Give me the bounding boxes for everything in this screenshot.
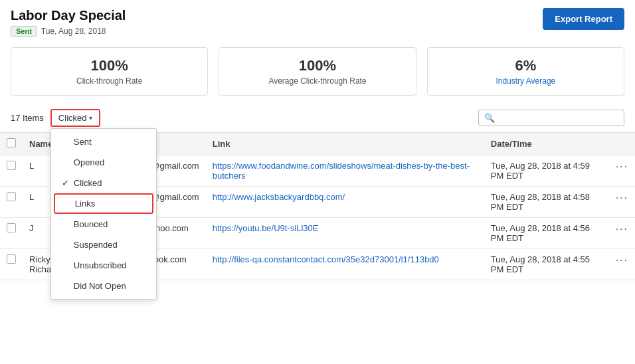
row-link: https://youtu.be/U9t-slLl30E bbox=[206, 218, 484, 249]
row-checkbox-cell bbox=[0, 187, 23, 218]
filter-dropdown-container: Clicked ▾ Sent Opened ✓ Clicked bbox=[50, 109, 101, 127]
check-mark-clicked: ✓ bbox=[62, 178, 70, 188]
row-checkbox-cell bbox=[0, 218, 23, 249]
row-checkbox[interactable] bbox=[7, 223, 16, 232]
dropdown-item-suspended[interactable]: Suspended bbox=[51, 234, 156, 255]
chevron-down-icon: ▾ bbox=[89, 114, 92, 122]
row-datetime: Tue, Aug 28, 2018 at 4:56 PM EDT bbox=[484, 218, 609, 249]
check-mark-suspended bbox=[62, 240, 70, 250]
metric-card-1: 100% Average Click-through Rate bbox=[219, 47, 416, 96]
dropdown-item-unsubscribed[interactable]: Unsubscribed bbox=[51, 255, 156, 276]
dropdown-item-sent[interactable]: Sent bbox=[51, 132, 156, 152]
dropdown-item-bounced[interactable]: Bounced bbox=[51, 214, 156, 234]
more-actions-button[interactable]: ··· bbox=[616, 192, 628, 203]
filter-label: Clicked bbox=[58, 113, 87, 123]
check-mark-did-not-open bbox=[62, 281, 70, 291]
row-datetime: Tue, Aug 28, 2018 at 4:59 PM EDT bbox=[484, 155, 609, 187]
items-count: 17 Items bbox=[11, 113, 44, 123]
check-mark-bounced bbox=[62, 219, 70, 229]
row-link-url[interactable]: https://www.foodandwine.com/slideshows/m… bbox=[213, 161, 470, 181]
check-mark-unsubscribed bbox=[62, 260, 70, 270]
col-link: Link bbox=[206, 133, 484, 155]
dropdown-item-did-not-open[interactable]: Did Not Open bbox=[51, 276, 156, 296]
row-checkbox[interactable] bbox=[7, 192, 16, 201]
row-more: ··· bbox=[609, 187, 635, 218]
dropdown-item-label: Bounced bbox=[74, 219, 108, 229]
page-header: Labor Day Special Sent Tue, Aug 28, 2018… bbox=[0, 0, 635, 42]
metric-card-0: 100% Click-through Rate bbox=[11, 47, 208, 96]
row-link-url[interactable]: http://www.jacksbackyardbbq.com/ bbox=[213, 192, 345, 202]
dropdown-item-opened[interactable]: Opened bbox=[51, 152, 156, 173]
dropdown-item-label: Links bbox=[75, 199, 95, 209]
status-badge: Sent bbox=[11, 26, 37, 37]
metric-label-0: Click-through Rate bbox=[25, 76, 194, 86]
export-report-button[interactable]: Export Report bbox=[543, 8, 624, 30]
dropdown-item-links[interactable]: Links bbox=[54, 193, 153, 214]
metric-value-0: 100% bbox=[25, 57, 194, 74]
metric-value-2: 6% bbox=[441, 57, 610, 74]
metric-label-1: Average Click-through Rate bbox=[232, 76, 402, 86]
dropdown-item-label: Sent bbox=[74, 137, 92, 147]
header-checkbox[interactable] bbox=[7, 138, 16, 147]
more-actions-button[interactable]: ··· bbox=[616, 223, 628, 234]
row-link: http://www.jacksbackyardbbq.com/ bbox=[206, 187, 484, 218]
row-more: ··· bbox=[609, 249, 635, 280]
row-more: ··· bbox=[609, 155, 635, 187]
filter-dropdown-button[interactable]: Clicked ▾ bbox=[50, 109, 101, 127]
dropdown-item-label: Did Not Open bbox=[74, 281, 126, 291]
dropdown-item-label: Opened bbox=[74, 157, 104, 167]
sent-badge-row: Sent Tue, Aug 28, 2018 bbox=[11, 26, 126, 37]
page-title: Labor Day Special bbox=[11, 8, 126, 23]
search-icon: 🔍 bbox=[484, 113, 495, 123]
toolbar: 17 Items Clicked ▾ Sent Opened ✓ Clicked bbox=[0, 104, 635, 133]
col-checkbox bbox=[0, 133, 23, 155]
check-mark-sent bbox=[62, 137, 70, 147]
row-datetime: Tue, Aug 28, 2018 at 4:55 PM EDT bbox=[484, 249, 609, 280]
row-link-url[interactable]: https://youtu.be/U9t-slLl30E bbox=[213, 223, 319, 233]
sent-date: Tue, Aug 28, 2018 bbox=[41, 27, 106, 36]
dropdown-item-label: Unsubscribed bbox=[74, 260, 127, 270]
metric-value-1: 100% bbox=[232, 57, 402, 74]
dropdown-item-clicked[interactable]: ✓ Clicked bbox=[51, 173, 156, 193]
search-box[interactable]: 🔍 bbox=[478, 110, 624, 126]
row-checkbox[interactable] bbox=[7, 161, 16, 170]
dropdown-item-label: Clicked bbox=[74, 178, 102, 188]
metric-label-2: Industry Average bbox=[441, 76, 610, 86]
row-checkbox-cell bbox=[0, 155, 23, 187]
row-link: https://www.foodandwine.com/slideshows/m… bbox=[206, 155, 484, 187]
row-datetime: Tue, Aug 28, 2018 at 4:58 PM EDT bbox=[484, 187, 609, 218]
more-actions-button[interactable]: ··· bbox=[616, 254, 628, 266]
dropdown-item-label: Suspended bbox=[74, 240, 118, 250]
search-input[interactable] bbox=[499, 113, 618, 123]
more-actions-button[interactable]: ··· bbox=[616, 161, 628, 172]
header-left: Labor Day Special Sent Tue, Aug 28, 2018 bbox=[11, 8, 126, 37]
col-actions bbox=[609, 133, 635, 155]
check-mark-links bbox=[63, 199, 71, 209]
metric-card-2: 6% Industry Average bbox=[427, 47, 624, 96]
row-checkbox-cell bbox=[0, 249, 23, 280]
col-datetime: Date/Time bbox=[484, 133, 609, 155]
row-more: ··· bbox=[609, 218, 635, 249]
filter-dropdown-menu: Sent Opened ✓ Clicked Links Bounced bbox=[50, 128, 157, 300]
check-mark-opened bbox=[62, 157, 70, 167]
row-link-url[interactable]: http://files-qa.constantcontact.com/35e3… bbox=[213, 254, 439, 264]
metrics-row: 100% Click-through Rate 100% Average Cli… bbox=[0, 42, 635, 104]
row-link: http://files-qa.constantcontact.com/35e3… bbox=[206, 249, 484, 280]
toolbar-left: 17 Items Clicked ▾ Sent Opened ✓ Clicked bbox=[11, 109, 100, 127]
row-checkbox[interactable] bbox=[7, 254, 16, 264]
